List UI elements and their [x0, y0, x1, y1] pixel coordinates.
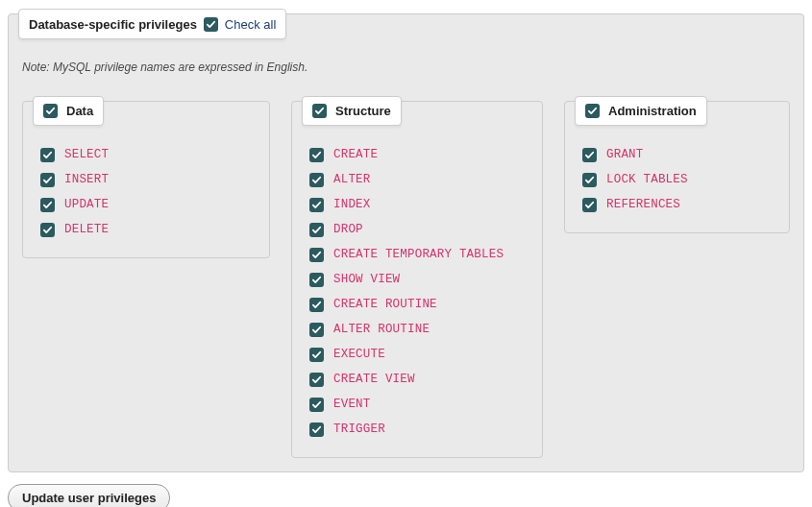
- group-legend-data: Data: [33, 96, 104, 126]
- group-admin-checkbox[interactable]: [585, 104, 600, 118]
- privilege-checkbox[interactable]: [309, 398, 324, 412]
- checkmark-icon: [311, 250, 322, 260]
- privilege-row: CREATE: [309, 144, 529, 165]
- privilege-row: INSERT: [40, 169, 256, 190]
- checkmark-icon: [314, 106, 325, 116]
- checkmark-icon: [42, 225, 53, 235]
- privilege-label[interactable]: EXECUTE: [333, 348, 385, 361]
- privilege-label[interactable]: SHOW VIEW: [333, 273, 400, 286]
- checkmark-icon: [42, 200, 53, 210]
- privilege-row: DELETE: [40, 219, 256, 240]
- group-data-checkbox[interactable]: [43, 104, 58, 118]
- group-admin: Administration GRANTLOCK TABLESREFERENCE…: [564, 101, 790, 233]
- privilege-row: ALTER: [309, 169, 529, 190]
- privilege-label[interactable]: DELETE: [64, 223, 109, 236]
- privilege-row: TRIGGER: [309, 419, 529, 440]
- privilege-checkbox[interactable]: [309, 148, 324, 162]
- privilege-row: ALTER ROUTINE: [309, 319, 529, 340]
- privilege-label[interactable]: ALTER: [333, 173, 371, 186]
- privilege-checkbox[interactable]: [582, 198, 597, 212]
- privilege-checkbox[interactable]: [40, 173, 55, 187]
- privilege-row: INDEX: [309, 194, 529, 215]
- privilege-label[interactable]: INSERT: [64, 173, 109, 186]
- privilege-row: SELECT: [40, 144, 256, 165]
- privilege-label[interactable]: INDEX: [333, 198, 371, 211]
- checkmark-icon: [311, 325, 322, 335]
- group-structure-title: Structure: [335, 104, 391, 118]
- checkmark-icon: [311, 200, 322, 210]
- privilege-checkbox[interactable]: [309, 248, 324, 262]
- privilege-checkbox[interactable]: [309, 373, 324, 387]
- privilege-label[interactable]: CREATE VIEW: [333, 373, 415, 386]
- group-data-title: Data: [66, 104, 93, 118]
- privilege-row: LOCK TABLES: [582, 169, 775, 190]
- privilege-checkbox[interactable]: [309, 223, 324, 237]
- privilege-row: DROP: [309, 219, 529, 240]
- col-structure: Structure CREATEALTERINDEXDROPCREATE TEM…: [291, 101, 543, 458]
- privilege-label[interactable]: SELECT: [64, 148, 109, 161]
- checkmark-icon: [311, 150, 322, 160]
- privilege-label[interactable]: CREATE: [333, 148, 378, 161]
- checkmark-icon: [584, 200, 595, 210]
- group-legend-admin: Administration: [575, 96, 707, 126]
- privilege-checkbox[interactable]: [309, 422, 324, 437]
- privilege-label[interactable]: TRIGGER: [333, 422, 385, 436]
- fieldset-title: Database-specific privileges: [29, 17, 197, 32]
- privilege-label[interactable]: DROP: [333, 223, 363, 236]
- note-text: Note: MySQL privilege names are expresse…: [22, 60, 790, 74]
- privilege-row: SHOW VIEW: [309, 269, 529, 290]
- privilege-checkbox[interactable]: [40, 198, 55, 212]
- privilege-label[interactable]: GRANT: [606, 148, 644, 161]
- checkmark-icon: [584, 175, 595, 185]
- checkmark-icon: [311, 374, 322, 385]
- privilege-checkbox[interactable]: [309, 173, 324, 187]
- checkmark-icon: [311, 399, 322, 410]
- group-legend-structure: Structure: [302, 96, 402, 126]
- privilege-checkbox[interactable]: [40, 148, 55, 162]
- group-structure-checkbox[interactable]: [312, 104, 327, 118]
- col-data: Data SELECTINSERTUPDATEDELETE: [22, 101, 270, 258]
- privilege-checkbox[interactable]: [309, 298, 324, 312]
- update-privileges-button[interactable]: Update user privileges: [8, 484, 170, 507]
- privilege-label[interactable]: EVENT: [333, 398, 371, 411]
- checkmark-icon: [311, 424, 322, 435]
- privilege-checkbox[interactable]: [582, 173, 597, 187]
- checkmark-icon: [584, 150, 595, 160]
- check-all-checkbox[interactable]: [204, 17, 218, 32]
- checkmark-icon: [311, 225, 322, 235]
- checkmark-icon: [311, 350, 322, 360]
- privilege-label[interactable]: ALTER ROUTINE: [333, 323, 430, 336]
- privilege-row: GRANT: [582, 144, 775, 165]
- checkmark-icon: [42, 175, 53, 185]
- checkmark-icon: [206, 19, 216, 30]
- group-admin-items: GRANTLOCK TABLESREFERENCES: [582, 144, 775, 215]
- group-data-items: SELECTINSERTUPDATEDELETE: [40, 144, 256, 240]
- privilege-checkbox[interactable]: [309, 273, 324, 287]
- privilege-checkbox[interactable]: [582, 148, 597, 162]
- privilege-checkbox[interactable]: [309, 198, 324, 212]
- privilege-label[interactable]: REFERENCES: [606, 198, 680, 211]
- privilege-label[interactable]: CREATE TEMPORARY TABLES: [333, 248, 504, 261]
- privilege-row: CREATE ROUTINE: [309, 294, 529, 315]
- check-all-link[interactable]: Check all: [225, 17, 276, 32]
- db-privileges-fieldset: Database-specific privileges Check all N…: [8, 13, 804, 472]
- checkmark-icon: [42, 150, 53, 160]
- checkmark-icon: [311, 300, 322, 310]
- group-admin-title: Administration: [608, 104, 697, 118]
- privilege-label[interactable]: CREATE ROUTINE: [333, 298, 437, 311]
- privilege-row: CREATE VIEW: [309, 369, 529, 390]
- group-structure: Structure CREATEALTERINDEXDROPCREATE TEM…: [291, 101, 543, 458]
- checkmark-icon: [311, 175, 322, 185]
- privilege-row: UPDATE: [40, 194, 256, 215]
- group-data: Data SELECTINSERTUPDATEDELETE: [22, 101, 270, 258]
- checkmark-icon: [311, 275, 322, 285]
- privilege-label[interactable]: LOCK TABLES: [606, 173, 688, 186]
- privilege-row: REFERENCES: [582, 194, 775, 215]
- privilege-checkbox[interactable]: [40, 223, 55, 237]
- privilege-checkbox[interactable]: [309, 348, 324, 362]
- group-structure-items: CREATEALTERINDEXDROPCREATE TEMPORARY TAB…: [309, 144, 529, 440]
- privilege-label[interactable]: UPDATE: [64, 198, 109, 211]
- privilege-row: EXECUTE: [309, 344, 529, 365]
- col-admin: Administration GRANTLOCK TABLESREFERENCE…: [564, 101, 790, 233]
- privilege-checkbox[interactable]: [309, 323, 324, 337]
